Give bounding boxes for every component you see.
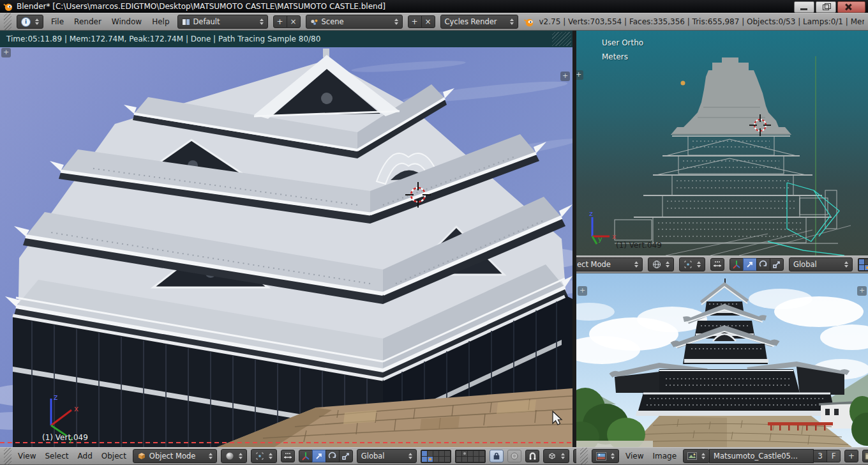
viewport-3d-render[interactable]: z x y + + (1) Vert.049: [0, 47, 572, 447]
close-button[interactable]: [837, 1, 865, 13]
title-bar[interactable]: Blender* [C:\Users\marcos.EDIGTMO\Deskto…: [0, 0, 868, 13]
wireframe-shading-icon: [652, 260, 661, 269]
pivot-icon: [255, 452, 264, 461]
fake-user-button[interactable]: F: [827, 450, 841, 462]
scale-manipulator-button[interactable]: [770, 258, 784, 271]
editor-type-selector[interactable]: i: [17, 15, 43, 29]
mode-selector[interactable]: Object Mode: [133, 449, 217, 463]
proportional-editing-toggle[interactable]: [507, 450, 521, 462]
screen-layout-selector[interactable]: Default: [177, 15, 268, 29]
menu-select[interactable]: Select: [42, 452, 71, 461]
snap-element-cube-icon: [548, 452, 557, 461]
transform-orientation-selector[interactable]: Global: [357, 449, 417, 463]
expand-region-button[interactable]: +: [1, 48, 11, 57]
expand-region-button[interactable]: +: [578, 286, 587, 296]
area-resize-grip[interactable]: [4, 448, 11, 464]
viewport-wire-header: ect Mode Global: [576, 255, 868, 273]
manipulator-axes-icon-button[interactable]: [299, 450, 313, 462]
pivot-point-selector[interactable]: [251, 449, 277, 463]
scene-statistics: v2.75 | Verts:703,554 | Faces:335,356 | …: [539, 17, 864, 26]
translate-manipulator-button[interactable]: [312, 450, 326, 462]
menu-add[interactable]: Add: [75, 452, 95, 461]
expand-region-button[interactable]: +: [857, 286, 867, 296]
menu-file[interactable]: File: [49, 17, 66, 26]
svg-text:x: x: [612, 232, 617, 241]
render-preview-castle: z x y: [0, 47, 572, 447]
shading-sphere-icon: [225, 452, 234, 461]
engine-name: Cycles Render: [445, 17, 505, 26]
pivot-point-selector[interactable]: [679, 257, 705, 271]
menu-view[interactable]: View: [15, 452, 38, 461]
restore-button[interactable]: [816, 1, 836, 13]
render-status-bar: Time:05:11.89 | Mem:172.74M, Peak:172.74…: [0, 31, 572, 47]
image-editor-icon: [596, 452, 606, 461]
viewport-3d-header: View Select Add Object Object Mode: [0, 447, 576, 465]
svg-text:y: y: [68, 434, 73, 443]
expand-region-button[interactable]: +: [576, 70, 583, 80]
manipulator-axes-icon-button[interactable]: [730, 258, 744, 271]
svg-text:x: x: [74, 404, 79, 413]
blender-logo-icon: [3, 2, 13, 11]
scene-icon: [310, 19, 318, 26]
layers-widget-2[interactable]: [455, 450, 486, 463]
area-resize-grip[interactable]: [552, 32, 571, 46]
menu-image[interactable]: Image: [650, 452, 679, 461]
delete-scene-button[interactable]: ×: [421, 15, 435, 28]
image-name-field[interactable]: Matsumoto_Castle05...: [709, 449, 814, 463]
image-users-count[interactable]: 3: [813, 450, 827, 462]
window-title: Blender* [C:\Users\marcos.EDIGTMO\Deskto…: [17, 2, 385, 11]
add-scene-button[interactable]: +: [408, 15, 422, 28]
transform-orientation-selector[interactable]: Global: [789, 257, 853, 271]
info-header: i File Render Window Help Default + × Sc…: [0, 13, 868, 31]
render-status-text: Time:05:11.89 | Mem:172.74M, Peak:172.74…: [6, 34, 320, 43]
image-editor-view[interactable]: + +: [576, 273, 868, 447]
render-engine-selector[interactable]: Cycles Render: [440, 15, 518, 29]
reference-photo-castle: [576, 273, 868, 447]
menu-window[interactable]: Window: [109, 17, 144, 26]
object-mode-cube-icon: [137, 452, 146, 461]
open-image-button[interactable]: [862, 450, 868, 462]
rotate-manipulator-button[interactable]: [756, 258, 770, 271]
rotate-manipulator-button[interactable]: [326, 450, 340, 462]
scene-selector[interactable]: Scene: [306, 15, 403, 29]
viewport-3d-wireframe[interactable]: z x y User Ortho Meters (1) Vert.049 +: [576, 31, 868, 255]
layout-name: Default: [193, 17, 255, 26]
add-layout-button[interactable]: +: [273, 15, 287, 28]
menu-help[interactable]: Help: [149, 17, 172, 26]
lock-to-scene-button[interactable]: [490, 450, 504, 462]
image-icon: [687, 452, 697, 460]
wireframe-castle: z x y: [576, 31, 868, 255]
scale-manipulator-button[interactable]: [339, 450, 353, 462]
layers-widget[interactable]: [858, 258, 868, 271]
manipulator-toggle[interactable]: [710, 258, 724, 271]
area-resize-grip[interactable]: [580, 448, 588, 464]
menu-object[interactable]: Object: [99, 452, 129, 461]
svg-text:z: z: [589, 210, 593, 218]
image-browse-selector[interactable]: [683, 449, 710, 463]
image-name: Matsumoto_Castle05...: [714, 452, 809, 461]
mode-label: ect Mode: [577, 260, 630, 269]
info-icon: i: [21, 17, 31, 27]
blender-window: { "window": { "title": "Blender* [C:\\Us…: [0, 0, 868, 465]
orientation-label: Global: [361, 452, 404, 461]
snap-toggle-magnet[interactable]: [525, 450, 539, 462]
minimize-button[interactable]: [794, 1, 814, 13]
viewport-shading-selector[interactable]: [648, 257, 674, 271]
lamp-object: [681, 81, 685, 86]
menu-render[interactable]: Render: [71, 17, 104, 26]
mode-label: Object Mode: [149, 452, 204, 461]
snap-element-selector[interactable]: [543, 449, 569, 463]
editor-type-selector[interactable]: [592, 449, 619, 463]
area-resize-grip[interactable]: [4, 13, 11, 30]
layers-widget[interactable]: [421, 450, 451, 463]
new-image-button[interactable]: +: [844, 450, 858, 462]
expand-region-button[interactable]: +: [560, 72, 570, 81]
translate-manipulator-button[interactable]: [743, 258, 757, 271]
delete-layout-button[interactable]: ×: [287, 15, 301, 28]
pivot-icon: [684, 260, 692, 269]
layout-icon: [182, 19, 190, 26]
viewport-shading-selector[interactable]: [221, 449, 247, 463]
mode-selector[interactable]: ect Mode: [576, 257, 643, 271]
manipulator-toggle[interactable]: [281, 450, 295, 462]
menu-view[interactable]: View: [623, 452, 646, 461]
